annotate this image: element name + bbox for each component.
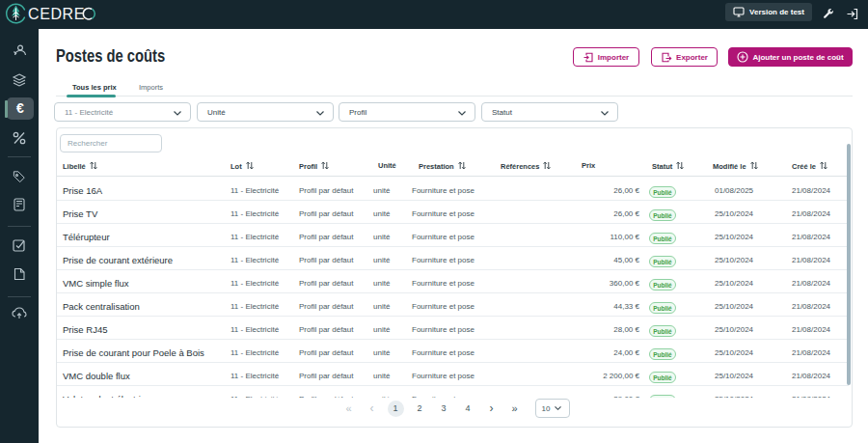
svg-text:CEDRE: CEDRE bbox=[28, 6, 85, 22]
